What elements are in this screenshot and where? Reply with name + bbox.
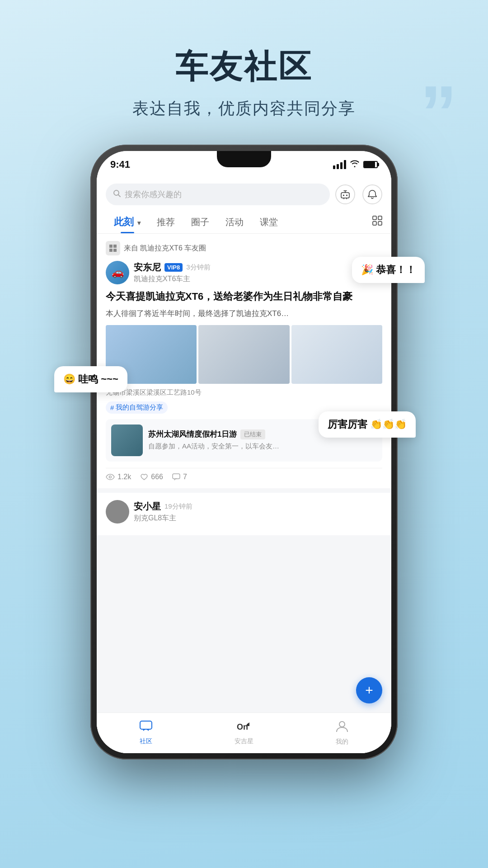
- avatar-car-image: 🚗: [106, 261, 129, 284]
- app-content: 搜索你感兴趣的 此刻 ▾: [97, 178, 391, 753]
- source-icon: [106, 241, 120, 255]
- svg-text:On: On: [237, 722, 248, 731]
- likes-count: 666: [151, 473, 163, 481]
- author-role-2: 别克GL8车主: [134, 514, 382, 523]
- post-image-1c[interactable]: [291, 325, 382, 384]
- hero-section: 车友社区 表达自我，优质内容共同分享: [0, 0, 488, 120]
- post-card-2: 安小星 19分钟前 别克GL8车主 +: [97, 493, 391, 535]
- tab-quanzi[interactable]: 圈子: [183, 212, 217, 233]
- tab-cike[interactable]: 此刻 ▾: [106, 211, 149, 233]
- post-location: 无锡市梁溪区梁溪区工艺路10号: [106, 388, 382, 397]
- svg-rect-9: [109, 245, 113, 248]
- svg-point-3: [343, 195, 344, 196]
- bottom-nav-mine[interactable]: 我的: [293, 720, 391, 746]
- activity-desc: 自愿参加，AA活动，安全第一，以车会友…: [148, 441, 377, 452]
- svg-point-4: [346, 195, 347, 196]
- signal-bar-3: [340, 162, 343, 169]
- stat-comments[interactable]: 7: [172, 473, 187, 481]
- bell-icon[interactable]: [362, 184, 382, 204]
- post-stats: 1.2k 666 7: [106, 468, 382, 481]
- post-title-1: 今天喜提凯迪拉克XT6，送给老婆作为生日礼物非常自豪: [106, 289, 382, 304]
- fab-add-button[interactable]: +: [356, 677, 382, 703]
- tab-ketang[interactable]: 课堂: [252, 212, 286, 233]
- post-card-1: 来自 凯迪拉克XT6 车友圈 🚗 安东尼 VIP8 3: [97, 234, 391, 488]
- activity-title-text: 苏州太湖风情度假村1日游: [148, 429, 237, 439]
- battery-icon: [363, 161, 378, 168]
- svg-point-13: [109, 476, 112, 478]
- bottom-nav: 社区 On 安吉星: [97, 712, 391, 753]
- svg-rect-14: [173, 474, 180, 479]
- robot-icon[interactable]: [335, 184, 355, 204]
- stat-likes[interactable]: 666: [140, 473, 163, 481]
- activity-status: 已结束: [240, 429, 265, 439]
- search-area: 搜索你感兴趣的: [97, 178, 391, 211]
- bubble-congrats: 🎉 恭喜！！: [352, 257, 425, 283]
- header-icons: [335, 184, 382, 204]
- tab-tuijian[interactable]: 推荐: [149, 212, 183, 233]
- post-body-1: 本人徘徊了将近半年时间，最终选择了凯迪拉克XT6…: [106, 307, 382, 320]
- community-icon: [140, 721, 152, 736]
- post-source-text: 来自 凯迪拉克XT6 车友圈: [124, 244, 206, 253]
- post-time-2: 19分钟前: [164, 502, 192, 511]
- stat-views: 1.2k: [106, 473, 131, 481]
- author2-name-row: 安小星 19分钟前: [134, 500, 382, 513]
- phone-mockup: 🎉 恭喜！！ 😄 哇鸣 ~~~ 厉害厉害 👏👏👏 9:41: [90, 145, 398, 760]
- svg-rect-15: [140, 721, 152, 729]
- signal-bar-2: [337, 164, 339, 169]
- svg-line-1: [118, 194, 121, 197]
- post-images-1: [106, 325, 382, 384]
- svg-rect-11: [109, 249, 113, 252]
- status-time: 9:41: [110, 159, 130, 170]
- svg-rect-6: [378, 216, 382, 220]
- author-avatar-1: 🚗: [106, 261, 129, 284]
- grid-icon[interactable]: [372, 216, 382, 228]
- tab-huodong[interactable]: 活动: [217, 212, 252, 233]
- post2-author-row: 安小星 19分钟前 别克GL8车主 +: [106, 500, 382, 524]
- svg-point-17: [339, 722, 345, 727]
- search-placeholder-text: 搜索你感兴趣的: [125, 189, 182, 200]
- search-bar[interactable]: 搜索你感兴趣的: [106, 184, 330, 205]
- phone-outer: 9:41: [90, 145, 398, 760]
- vip-badge: VIP8: [164, 263, 183, 272]
- status-notch: [217, 151, 271, 167]
- status-bar: 9:41: [97, 151, 391, 178]
- author-name-1: 安东尼: [134, 261, 161, 274]
- bottom-nav-community[interactable]: 社区: [97, 721, 195, 745]
- phone-inner: 9:41: [97, 151, 391, 753]
- post-tag[interactable]: # 我的自驾游分享: [106, 401, 168, 414]
- signal-bar-4: [344, 160, 346, 169]
- bubble-waming: 😄 哇鸣 ~~~: [54, 366, 127, 392]
- anjixing-label: 安吉星: [235, 737, 253, 745]
- community-label: 社区: [140, 737, 152, 745]
- signal-bar-1: [333, 165, 335, 169]
- bottom-nav-anjixing[interactable]: On 安吉星: [195, 721, 293, 745]
- dropdown-arrow: ▾: [137, 219, 141, 226]
- post-image-1b[interactable]: [198, 325, 289, 384]
- mine-label: 我的: [336, 738, 348, 746]
- svg-rect-8: [378, 222, 382, 225]
- anjixing-icon: On: [237, 721, 251, 736]
- feed: 来自 凯迪拉克XT6 车友圈 🚗 安东尼 VIP8 3: [97, 234, 391, 712]
- bubble-lihai: 厉害厉害 👏👏👏: [319, 411, 416, 438]
- author-name-2: 安小星: [134, 500, 161, 513]
- nav-tabs: 此刻 ▾ 推荐 圈子 活动 课堂: [97, 211, 391, 234]
- person-icon: [336, 720, 348, 736]
- search-icon: [113, 189, 121, 200]
- hero-subtitle: 表达自我，优质内容共同分享: [0, 98, 488, 120]
- hashtag-icon: #: [110, 404, 114, 411]
- svg-rect-7: [373, 222, 376, 225]
- signal-bars-icon: [333, 160, 346, 169]
- author-name-row: 安东尼 VIP8 3分钟前: [134, 261, 382, 274]
- post-source: 来自 凯迪拉克XT6 车友圈: [106, 241, 382, 255]
- author-info-2: 安小星 19分钟前 别克GL8车主: [134, 500, 382, 523]
- author-info-1: 安东尼 VIP8 3分钟前 凯迪拉克XT6车主: [134, 261, 382, 284]
- wifi-icon: [350, 160, 360, 170]
- author-avatar-2: [106, 500, 129, 524]
- svg-rect-10: [113, 245, 117, 248]
- post-author-row: 🚗 安东尼 VIP8 3分钟前 凯迪拉克XT6车主: [106, 261, 382, 284]
- comments-count: 7: [183, 473, 187, 481]
- post-time-1: 3分钟前: [186, 263, 210, 272]
- hero-title: 车友社区: [0, 45, 488, 89]
- activity-thumb: [111, 425, 143, 456]
- svg-rect-5: [373, 216, 376, 220]
